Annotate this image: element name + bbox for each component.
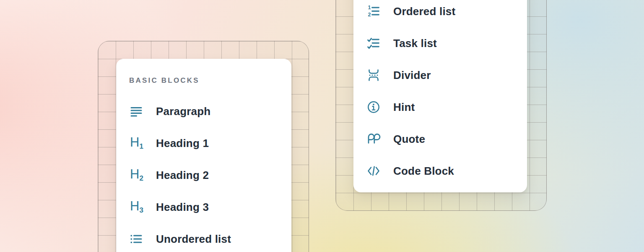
menu-item-label: Unordered list — [156, 233, 231, 246]
page-background: { "theme": { "accent_color": "#2e7b99", … — [0, 0, 644, 252]
menu-item-label: Task list — [393, 37, 437, 50]
menu-item-label: Divider — [393, 69, 431, 82]
menu-item-quote[interactable]: Quote — [366, 123, 527, 155]
menu-item-divider[interactable]: Divider — [366, 59, 527, 91]
hint-icon — [366, 100, 381, 114]
menu-item-label: Hint — [393, 101, 415, 114]
menu-item-label: Ordered list — [393, 5, 455, 18]
menu-item-label: Heading 2 — [156, 169, 209, 182]
block-menu-card-extended: 1 2 Ordered list Task list — [353, 0, 527, 192]
unordered-list-icon — [129, 232, 143, 246]
heading-1-icon: H1 — [129, 136, 143, 150]
menu-item-code-block[interactable]: Code Block — [366, 155, 527, 187]
menu-item-heading-3[interactable]: H3 Heading 3 — [129, 191, 291, 223]
menu-item-paragraph[interactable]: Paragraph — [129, 95, 291, 127]
heading-3-icon: H3 — [129, 200, 143, 214]
paragraph-icon — [129, 104, 143, 118]
menu-item-ordered-list[interactable]: 1 2 Ordered list — [366, 0, 527, 27]
menu-item-heading-2[interactable]: H2 Heading 2 — [129, 159, 291, 191]
code-block-icon — [366, 164, 381, 178]
divider-icon — [366, 68, 381, 82]
quote-icon — [366, 132, 381, 146]
menu-item-label: Heading 1 — [156, 137, 209, 150]
menu-item-label: Code Block — [393, 165, 454, 178]
menu-item-hint[interactable]: Hint — [366, 91, 527, 123]
menu-item-label: Quote — [393, 133, 425, 146]
ordered-list-icon: 1 2 — [366, 4, 381, 18]
heading-2-icon: H2 — [129, 168, 143, 182]
svg-text:2: 2 — [368, 12, 371, 18]
menu-item-task-list[interactable]: Task list — [366, 27, 527, 59]
menu-item-heading-1[interactable]: H1 Heading 1 — [129, 127, 291, 159]
menu-item-label: Paragraph — [156, 105, 210, 118]
section-title: BASIC BLOCKS — [129, 77, 291, 84]
menu-item-label: Heading 3 — [156, 201, 209, 214]
menu-item-unordered-list[interactable]: Unordered list — [129, 223, 291, 252]
block-menu-card-basic: BASIC BLOCKS Paragraph H1 Heading 1 H2 H… — [116, 59, 291, 252]
svg-text:1: 1 — [368, 5, 371, 10]
task-list-icon — [366, 36, 381, 50]
